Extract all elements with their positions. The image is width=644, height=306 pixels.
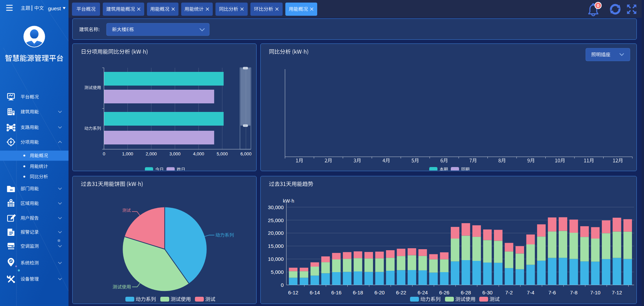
svg-text:0: 0 [597, 3, 599, 8]
svg-text:0: 0 [281, 282, 284, 288]
svg-text:6-14: 6-14 [310, 290, 320, 295]
svg-text:6-20: 6-20 [374, 290, 385, 295]
svg-text:15,000: 15,000 [268, 243, 284, 249]
svg-text:7-10: 7-10 [590, 290, 600, 295]
svg-text:7-12: 7-12 [612, 290, 622, 295]
svg-text:0: 0 [103, 151, 105, 156]
svg-text:25,000: 25,000 [268, 217, 284, 223]
svg-text:7-4: 7-4 [527, 290, 534, 295]
svg-text:6,000: 6,000 [240, 151, 252, 156]
svg-text:5,000: 5,000 [271, 269, 284, 275]
svg-text:kW·h: kW·h [283, 198, 294, 204]
svg-text:7-2: 7-2 [505, 290, 513, 295]
svg-text:5,000: 5,000 [217, 151, 228, 156]
svg-text:3,000: 3,000 [169, 151, 181, 156]
svg-text:7-6: 7-6 [548, 290, 556, 295]
svg-text:6-24: 6-24 [418, 290, 428, 295]
svg-text:4,000: 4,000 [193, 151, 205, 156]
svg-text:6-22: 6-22 [396, 290, 406, 295]
svg-text:guest: guest [48, 5, 61, 11]
svg-text:10,000: 10,000 [268, 256, 284, 262]
svg-text:2,000: 2,000 [146, 151, 157, 156]
svg-text:6-30: 6-30 [482, 290, 493, 295]
svg-text:30,000: 30,000 [268, 204, 284, 210]
svg-text:6-26: 6-26 [439, 290, 449, 295]
svg-text:20,000: 20,000 [268, 230, 284, 236]
svg-text:6-12: 6-12 [288, 290, 298, 295]
svg-text:7-8: 7-8 [570, 290, 578, 295]
svg-text:6-28: 6-28 [461, 290, 471, 295]
svg-text:6-16: 6-16 [331, 290, 342, 295]
svg-text:6-18: 6-18 [353, 290, 363, 295]
svg-text:1,000: 1,000 [122, 151, 133, 156]
